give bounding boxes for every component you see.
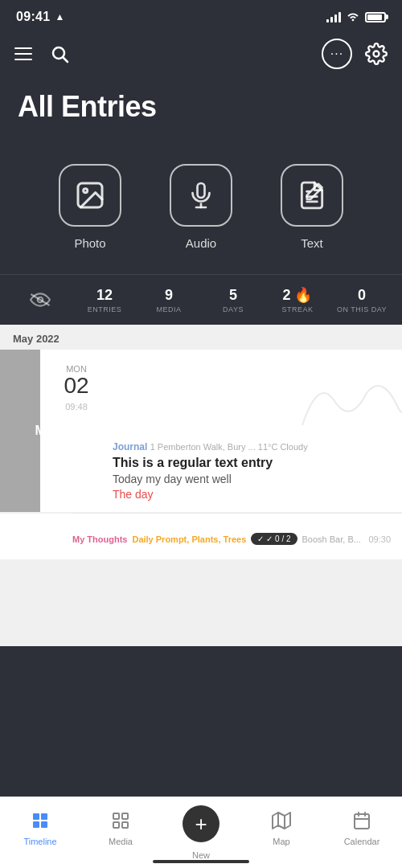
audio-action[interactable]: Audio [170,164,232,250]
entry-content-2: My Thoughts Daily Prompt, Plants, Trees … [72,525,391,548]
media-icon [111,811,130,833]
svg-rect-5 [198,183,205,198]
new-entry-button[interactable]: + [183,805,219,842]
entry-day-num: 02 [64,374,88,399]
top-nav: ··· [0,31,402,82]
svg-rect-23 [122,822,128,828]
media-label: MEDIA [156,305,181,313]
entry-time-1: 09:48 [65,402,88,411]
days-value: 5 [229,287,237,304]
svg-rect-16 [33,813,39,820]
streak-value: 2 🔥 [282,286,312,304]
svg-point-2 [374,51,379,57]
wifi-icon [346,10,360,24]
photo-icon [59,164,121,227]
tab-new[interactable]: + New [161,805,241,868]
svg-rect-20 [113,813,119,819]
entry-subtitle-1: Today my day went well [113,473,402,485]
days-stat: 5 DAYS [201,287,265,313]
entry-journal-tags: Journal 1 Pemberton Walk, Bury ... 11°C … [113,441,402,452]
svg-point-4 [84,189,88,193]
streak-label: STREAK [281,305,313,313]
daily-prompt-tag: Daily Prompt, Plants, Trees [132,534,246,544]
new-label: New [192,850,210,860]
svg-rect-18 [33,821,39,828]
entry-title-1: This is a regular text entry [113,456,402,470]
battery-icon [365,12,386,23]
tab-media[interactable]: Media [80,811,161,862]
entry-date: MON 02 09:48 [40,361,113,501]
timeline-icon [31,811,50,833]
svg-rect-21 [122,813,128,819]
photo-label: Photo [74,236,105,250]
media-value: 9 [165,287,173,304]
calendar-label: Calendar [344,837,380,846]
location-arrow-icon: ▲ [55,11,64,23]
entry-card-2[interactable]: 02 My Thoughts Daily Prompt, Plants, Tre… [0,514,402,559]
entry-card-2-content: 02 My Thoughts Daily Prompt, Plants, Tre… [0,514,402,559]
svg-marker-24 [273,813,290,829]
entries-label: ENTRIES [88,305,122,313]
media-label: Media [109,837,133,846]
settings-button[interactable] [365,43,388,65]
visibility-toggle[interactable] [8,293,72,307]
plus-icon: + [195,813,207,834]
my-thoughts-tag: My Thoughts [72,534,127,544]
home-indicator [153,860,249,863]
signal-icon [326,11,341,23]
page-title-section: All Entries [0,82,402,148]
text-icon [281,164,343,227]
text-label: Text [301,236,323,250]
page-title: All Entries [18,90,384,124]
streak-stat: 2 🔥 STREAK [265,286,330,313]
entries-section: May 2022 More Trash Tag Select MON 02 09… [0,325,402,646]
tab-timeline[interactable]: Timeline [0,811,80,862]
svg-rect-27 [355,814,369,829]
entries-stat: 12 ENTRIES [72,287,137,313]
audio-icon [170,164,232,227]
entry-time-2: 09:30 [368,534,391,544]
status-icons [326,10,386,24]
status-bar: 09:41 ▲ [0,0,402,31]
menu-button[interactable] [14,47,32,60]
status-time: 09:41 [16,10,50,24]
quick-actions: Photo Audio Text [0,148,402,274]
entry-highlight-1: The day [113,488,402,501]
svg-line-1 [64,58,68,63]
entry-meta-row: My Thoughts Daily Prompt, Plants, Trees … [72,533,391,548]
timeline-label: Timeline [23,837,56,846]
more-options-button[interactable]: ··· [322,39,352,69]
search-button[interactable] [50,44,69,63]
entry-badge: ✓✓ 0 / 2 [251,533,297,545]
on-this-day-value: 0 [358,287,366,304]
entries-value: 12 [96,287,113,304]
entry-sketch [113,361,402,441]
on-this-day-label: ON THIS DAY [337,305,387,313]
svg-rect-19 [41,821,47,828]
days-label: DAYS [223,305,244,313]
map-label: Map [273,837,289,846]
month-header: May 2022 [0,325,402,350]
media-stat: 9 MEDIA [137,287,201,313]
map-icon [272,811,291,833]
text-action[interactable]: Text [281,164,343,250]
tab-calendar[interactable]: Calendar [322,811,402,862]
stats-bar: 12 ENTRIES 9 MEDIA 5 DAYS 2 🔥 STREAK 0 O… [0,274,402,325]
calendar-icon [352,811,371,833]
svg-rect-17 [41,813,47,820]
on-this-day-stat: 0 ON THIS DAY [330,287,394,313]
bottom-nav: Timeline Media + New Map [0,796,402,868]
entry-card-content: MON 02 09:48 Journal 1 Pemberton Walk, B… [40,350,402,512]
entry-card-1[interactable]: More Trash Tag Select MON 02 09:48 [0,350,402,512]
photo-action[interactable]: Photo [59,164,121,250]
tab-map[interactable]: Map [241,811,322,862]
entry-content: Journal 1 Pemberton Walk, Bury ... 11°C … [113,361,402,501]
svg-rect-22 [113,822,119,828]
entry-location: Boosh Bar, B... [302,534,361,544]
audio-label: Audio [186,236,216,250]
